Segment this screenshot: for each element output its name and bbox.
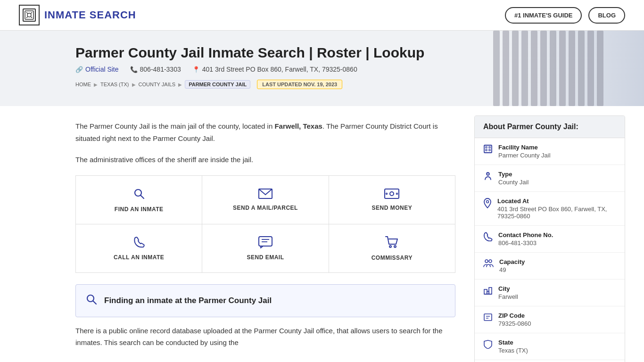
svg-rect-31 <box>484 289 487 294</box>
state-label: State <box>498 339 528 346</box>
city-info: City Farwell <box>498 285 518 300</box>
official-site-link[interactable]: 🔗 Official Site <box>75 66 119 73</box>
call-inmate-cell[interactable]: CALL AN INMATE <box>76 224 202 272</box>
sidebar-body: Facility Name Parmer County Jail <box>475 138 625 362</box>
svg-point-29 <box>485 260 488 263</box>
info-row-facility: Facility Name Parmer County Jail <box>475 138 625 165</box>
header: INMATE SEARCH #1 INMATE'S GUIDE BLOG <box>0 0 644 31</box>
zip-icon <box>483 313 493 324</box>
commissary-cell[interactable]: COMMISSARY <box>329 224 455 272</box>
svg-rect-33 <box>487 291 489 294</box>
svg-line-20 <box>93 301 97 304</box>
capacity-value: 49 <box>499 266 525 273</box>
city-label: City <box>498 285 518 292</box>
find-inmate-label: FIND AN INMATE <box>115 206 164 213</box>
info-row-city: City Farwell <box>475 280 625 306</box>
location-label: Located At <box>497 197 616 205</box>
search-icon <box>132 187 146 202</box>
svg-rect-25 <box>489 149 490 151</box>
svg-rect-14 <box>259 237 272 246</box>
hero-background <box>493 31 644 106</box>
svg-rect-24 <box>486 149 487 151</box>
state-value: Texas (TX) <box>498 347 528 354</box>
intro-paragraph-2: The administrative offices of the sherif… <box>75 154 455 166</box>
type-info: Type County Jail <box>498 171 528 186</box>
svg-line-5 <box>26 16 28 18</box>
city-value: Farwell <box>498 293 518 300</box>
breadcrumb-sep-1: ▶ <box>94 82 98 87</box>
breadcrumb-current: PARMER COUNTY JAIL <box>185 80 250 89</box>
type-label: Type <box>498 171 528 178</box>
logo-icon <box>19 5 40 25</box>
svg-point-13 <box>396 193 398 194</box>
blog-button[interactable]: BLOG <box>588 7 625 24</box>
info-row-phone: Contact Phone No. 806-481-3303 <box>475 226 625 253</box>
breadcrumb-sep-2: ▶ <box>132 82 136 87</box>
call-inmate-label: CALL AN INMATE <box>114 254 164 261</box>
send-mail-label: SEND A MAIL/PARCEL <box>233 205 298 211</box>
commissary-label: COMMISSARY <box>372 255 413 261</box>
send-money-label: SEND MONEY <box>372 205 412 211</box>
building-icon <box>483 144 493 156</box>
state-info: State Texas (TX) <box>498 339 528 354</box>
type-icon <box>483 171 493 183</box>
finding-search-icon <box>85 293 98 308</box>
sidebar-card: About Parmer County Jail: Fa <box>474 115 625 362</box>
svg-point-18 <box>394 246 396 247</box>
left-column: The Parmer County Jail is the main jail … <box>75 106 474 362</box>
svg-point-12 <box>386 193 388 194</box>
zip-info: ZIP Code 79325-0860 <box>498 312 531 327</box>
phone-value: 806-481-3303 <box>498 239 553 247</box>
info-row-location: Located At 401 3rd Street PO Box 860, Fa… <box>475 192 625 226</box>
breadcrumb-state[interactable]: TEXAS (TX) <box>100 82 129 87</box>
location-icon <box>483 198 492 211</box>
svg-line-3 <box>26 12 28 14</box>
location-value: 401 3rd Street PO Box 860, Farwell, TX, … <box>497 206 616 220</box>
svg-rect-21 <box>484 145 492 153</box>
info-row-capacity: Capacity 49 <box>475 253 625 280</box>
finding-box: Finding an inmate at the Parmer County J… <box>75 284 455 317</box>
capacity-info: Capacity 49 <box>499 258 525 273</box>
hero-bg-bars <box>493 31 644 106</box>
guide-button[interactable]: #1 INMATE'S GUIDE <box>505 7 582 24</box>
capacity-icon <box>483 259 494 270</box>
info-row-county: County <box>475 360 625 362</box>
money-icon <box>384 189 399 201</box>
site-logo[interactable]: INMATE SEARCH <box>19 5 136 25</box>
main-content: The Parmer County Jail is the main jail … <box>0 106 644 362</box>
svg-rect-35 <box>484 314 492 321</box>
hero-section: Parmer County Jail Inmate Search | Roste… <box>0 31 644 106</box>
svg-rect-1 <box>25 11 33 19</box>
info-row-state: State Texas (TX) <box>475 333 625 360</box>
zip-value: 79325-0860 <box>498 320 531 327</box>
state-icon <box>483 339 493 351</box>
svg-line-6 <box>31 16 32 18</box>
facility-value: Parmer County Jail <box>498 152 551 159</box>
phone-label: Contact Phone No. <box>498 231 553 239</box>
action-row-1: FIND AN INMATE SEND A MAIL/PARCEL <box>76 176 455 224</box>
finding-title: Finding an inmate at the Parmer County J… <box>104 296 272 305</box>
facility-label: Facility Name <box>498 144 551 151</box>
envelope-icon <box>258 189 272 201</box>
send-email-label: SEND EMAIL <box>247 254 284 261</box>
action-row-2: CALL AN INMATE SEND EMAIL <box>76 224 455 272</box>
svg-rect-22 <box>486 147 487 148</box>
location-info: Located At 401 3rd Street PO Box 860, Fa… <box>497 197 616 220</box>
svg-rect-32 <box>489 288 492 294</box>
finding-body-text: There is a public online record database… <box>75 325 455 349</box>
phone-icon <box>133 236 145 250</box>
zip-label: ZIP Code <box>498 312 531 319</box>
capacity-label: Capacity <box>499 258 525 265</box>
breadcrumb-county-jails[interactable]: COUNTY JAILS <box>139 82 176 87</box>
last-updated-badge: LAST UPDATED NOV. 19, 2023 <box>257 80 342 89</box>
cart-icon <box>385 236 399 251</box>
send-money-cell[interactable]: SEND MONEY <box>329 176 455 224</box>
send-mail-cell[interactable]: SEND A MAIL/PARCEL <box>202 176 329 224</box>
header-nav: #1 INMATE'S GUIDE BLOG <box>505 7 625 24</box>
send-email-cell[interactable]: SEND EMAIL <box>202 224 329 272</box>
phone-info-icon <box>483 232 493 244</box>
chat-icon <box>258 236 272 250</box>
breadcrumb-home[interactable]: HOME <box>75 82 91 87</box>
breadcrumb-sep-3: ▶ <box>178 82 182 87</box>
find-inmate-cell[interactable]: FIND AN INMATE <box>76 176 202 224</box>
